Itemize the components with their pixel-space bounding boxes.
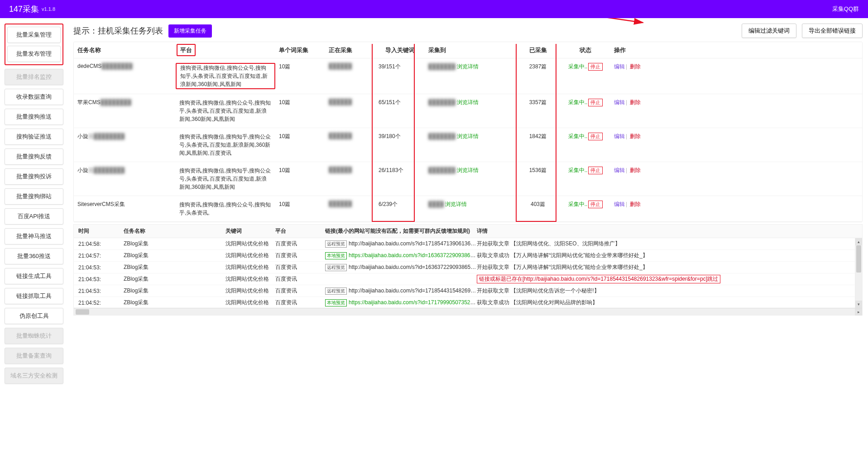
stop-button[interactable]: 停止 [588, 99, 603, 106]
sidebar: 批量采集管理 批量发布管理 批量排名监控收录数据查询批量搜狗推送搜狗验证推送批量… [0, 18, 68, 450]
cell-ops: 编辑|删除 [610, 201, 660, 208]
sidebar-item-15: 域名三方安全检测 [5, 368, 63, 384]
log-keyword: 沈阳网站优化价格 [225, 299, 275, 306]
cell-ops: 编辑|删除 [610, 167, 660, 174]
edit-link[interactable]: 编辑 [614, 63, 625, 70]
cell-platform: 搜狗资讯,搜狗微信,搜狗公众号,搜狗知乎,头条资讯,百度资讯,百度知道,新浪新闻… [176, 99, 275, 123]
delete-link[interactable]: 删除 [630, 63, 641, 70]
log-detail: 获取文章成功 【万人网络讲解“沈阳网站优化”能给企业带来哪些好处_】 [477, 252, 862, 259]
delete-link[interactable]: 删除 [630, 167, 641, 173]
log-keyword: 沈阳网站优化价格 [225, 275, 275, 283]
cell-platform: 搜狗资讯,搜狗微信,搜狗知乎,搜狗公众号,头条资讯,百度资讯,百度知道,新浪新闻… [176, 167, 275, 191]
remote-tag[interactable]: 远程预览 [325, 287, 347, 295]
qq-group-link[interactable]: 采集QQ群 [832, 5, 859, 13]
sidebar-item-9[interactable]: 批量360推送 [5, 248, 63, 264]
sidebar-item-8[interactable]: 批量神马推送 [5, 228, 63, 244]
sidebar-item-publish-manage[interactable]: 批量发布管理 [7, 46, 61, 62]
import-col-highlight [372, 44, 415, 222]
sidebar-item-5[interactable]: 批量搜狗投诉 [5, 168, 63, 185]
browse-link[interactable]: 浏览详情 [457, 133, 479, 139]
log-platform: 百度资讯 [275, 275, 325, 283]
cell-name: dedeCMS████████ [74, 63, 176, 69]
sidebar-item-10[interactable]: 链接生成工具 [5, 268, 63, 284]
sidebar-item-14: 批量备案查询 [5, 348, 63, 364]
sidebar-item-2[interactable]: 批量搜狗推送 [5, 109, 63, 125]
log-time: 21:04:57: [74, 253, 124, 259]
cell-running: ██████ [325, 167, 375, 173]
log-platform: 百度资讯 [275, 240, 325, 248]
add-task-button[interactable]: 新增采集任务 [168, 24, 212, 38]
delete-link[interactable]: 删除 [630, 201, 641, 207]
cell-name: 小旋风████████ [74, 167, 176, 174]
log-link[interactable]: 本地预览https://baijiahao.baidu.com/s?id=171… [325, 299, 477, 306]
edit-link[interactable]: 编辑 [614, 99, 625, 105]
sidebar-item-6[interactable]: 批量搜狗绑站 [5, 188, 63, 205]
log-time: 21:04:53: [74, 264, 124, 271]
log-body[interactable]: 21:04:58:ZBlog采集沈阳网站优化价格百度资讯远程预览http://b… [74, 238, 862, 308]
sidebar-item-12[interactable]: 伪原创工具 [5, 308, 63, 324]
stop-button[interactable]: 停止 [588, 133, 603, 140]
remote-tag[interactable]: 远程预览 [325, 264, 347, 271]
scroll-down-icon[interactable]: ▾ [855, 301, 862, 308]
sidebar-item-7[interactable]: 百度API推送 [5, 208, 63, 225]
log-task: ZBlog采集 [124, 263, 225, 271]
cell-ops: 编辑|删除 [610, 99, 660, 106]
lh-link: 链接(最小的网站可能没有匹配，如需要可群内反馈增加规则) [325, 227, 477, 235]
table-row: 小旋风████████搜狗资讯,搜狗微信,搜狗知乎,搜狗公众号,头条资讯,百度知… [74, 128, 862, 162]
log-hscrollbar[interactable]: ▸ [74, 308, 862, 315]
sidebar-item-11[interactable]: 链接抓取工具 [5, 288, 63, 304]
sidebar-item-collect-manage[interactable]: 批量采集管理 [7, 27, 61, 43]
delete-link[interactable]: 删除 [630, 99, 641, 105]
stop-button[interactable]: 停止 [588, 167, 603, 174]
cell-name: SiteserverCMS采集 [74, 201, 176, 208]
edit-link[interactable]: 编辑 [614, 201, 625, 207]
app-version: v1.1.8 [42, 6, 55, 12]
topbar: 147采集 v1.1.8 采集QQ群 [0, 0, 868, 18]
stop-button[interactable]: 停止 [588, 63, 603, 71]
browse-link[interactable]: 浏览详情 [457, 167, 479, 173]
log-vscrollbar[interactable]: ▴ ▾ [855, 238, 862, 308]
log-link[interactable]: 远程预览http://baijiahao.baidu.com/s?id=1718… [325, 287, 477, 295]
lh-platform: 平台 [275, 227, 325, 235]
cell-target: ███████ 浏览详情 [425, 63, 515, 71]
log-link[interactable]: 本地预览https://baijiahao.baidu.com/s?id=163… [325, 252, 477, 259]
browse-link[interactable]: 浏览详情 [457, 99, 479, 105]
filter-keywords-button[interactable]: 编辑过滤关键词 [742, 24, 796, 38]
browse-link[interactable]: 浏览详情 [445, 201, 467, 207]
cell-running: ██████ [325, 63, 375, 69]
cell-platform: 搜狗资讯,搜狗微信,搜狗公众号,搜狗知乎,头条资讯, [176, 201, 275, 217]
stop-button[interactable]: 停止 [588, 201, 603, 208]
log-link[interactable]: 远程预览http://baijiahao.baidu.com/s?id=1636… [325, 264, 477, 271]
task-table: 任务名称 平台 单个词采集 正在采集 导入关键词 采集到 已采集 状态 操作 d… [73, 42, 863, 222]
log-header-row: 时间 任务名称 关键词 平台 链接(最小的网站可能没有匹配，如需要可群内反馈增加… [74, 225, 862, 238]
log-platform: 百度资讯 [275, 263, 325, 271]
local-tag[interactable]: 本地预览 [325, 252, 347, 259]
sidebar-item-1[interactable]: 收录数据查询 [5, 89, 63, 105]
delete-link[interactable]: 删除 [630, 133, 641, 139]
browse-link[interactable]: 浏览详情 [457, 63, 479, 70]
hscroll-thumb[interactable] [76, 309, 89, 315]
sidebar-item-3[interactable]: 搜狗验证推送 [5, 129, 63, 145]
log-platform: 百度资讯 [275, 299, 325, 306]
log-detail: 链接或标题已存在[http://baijiahao.baidu.com/s?id… [477, 275, 862, 283]
log-time: 21:04:53: [74, 288, 124, 294]
local-tag[interactable]: 本地预览 [325, 299, 347, 306]
remote-tag[interactable]: 远程预览 [325, 240, 347, 248]
edit-link[interactable]: 编辑 [614, 133, 625, 139]
sidebar-item-13: 批量蜘蛛统计 [5, 328, 63, 344]
scroll-up-icon[interactable]: ▴ [855, 238, 862, 245]
log-link[interactable]: 远程预览http://baijiahao.baidu.com/s?id=1718… [325, 240, 477, 248]
export-errors-button[interactable]: 导出全部错误链接 [802, 24, 863, 38]
scroll-right-icon[interactable]: ▸ [855, 308, 862, 316]
edit-link[interactable]: 编辑 [614, 167, 625, 173]
cell-name: 苹果CMS████████ [74, 99, 176, 106]
vscroll-thumb[interactable] [856, 245, 861, 273]
table-row: dedeCMS████████搜狗资讯,搜狗微信,搜狗公众号,搜狗知乎,头条资讯… [74, 58, 862, 94]
cell-target: ███████ 浏览详情 [425, 167, 515, 174]
sidebar-item-4[interactable]: 批量搜狗反馈 [5, 148, 63, 165]
log-row: 21:04:53:ZBlog采集沈阳网站优化价格百度资讯链接或标题已存在[htt… [74, 273, 862, 285]
main: 提示：挂机采集任务列表 新增采集任务 编辑过滤关键词 导出全部错误链接 任务名称… [68, 18, 868, 450]
log-task: ZBlog采集 [124, 299, 225, 306]
log-row: 21:04:53:ZBlog采集沈阳网站优化价格百度资讯远程预览http://b… [74, 285, 862, 297]
log-keyword: 沈阳网站优化价格 [225, 240, 275, 248]
